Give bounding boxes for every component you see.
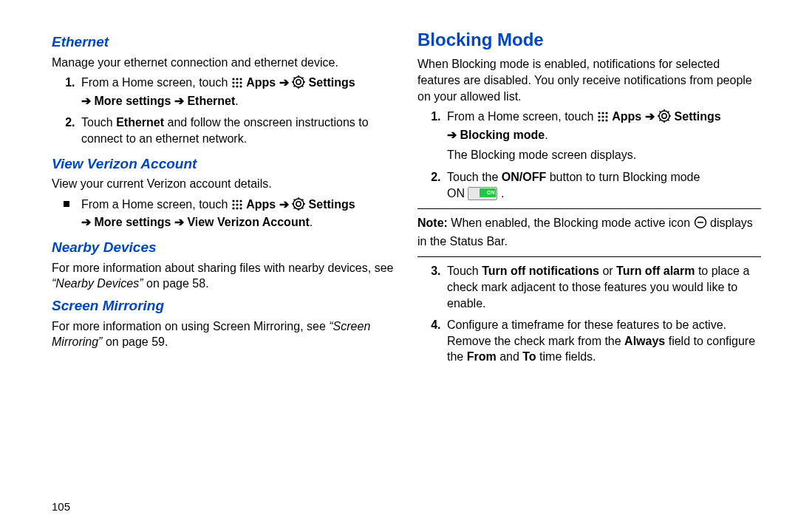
svg-point-19 [232,200,234,202]
apps-icon [231,77,243,93]
settings-label: Settings [309,76,355,89]
arrow-icon: ➔ [279,76,292,89]
text: on page 59. [106,335,168,348]
svg-point-25 [232,207,234,209]
apps-label: Apps [246,198,276,211]
svg-point-3 [232,82,234,84]
arrow-icon: ➔ [447,129,457,141]
nearby-desc: For more information about sharing files… [52,260,395,292]
text: Turn off alarm [616,265,695,277]
ethernet-step-1: From a Home screen, touch Apps ➔ [78,75,395,109]
text: For more information about sharing files… [52,262,393,274]
svg-point-47 [662,114,666,118]
blocking-steps-a: From a Home screen, touch Apps ➔ [417,109,761,201]
ethernet-step-2: Touch Ethernet and follow the onscreen i… [78,115,395,146]
heading-verizon: View Verizon Account [52,154,395,174]
svg-point-40 [605,112,607,115]
blocking-step-4: Configure a timeframe for these features… [444,317,761,365]
svg-point-4 [236,82,238,84]
blocking-note: Note: When enabled, the Blocking mode ac… [417,215,761,249]
divider [417,256,761,257]
right-column: Blocking Mode When Blocking mode is enab… [417,28,761,517]
svg-point-24 [239,203,242,205]
svg-point-28 [296,202,301,206]
svg-point-23 [236,203,238,205]
apps-label: Apps [612,110,641,123]
text: Touch [81,116,116,129]
text: From [467,350,497,363]
text: and [499,350,522,363]
text: To [522,350,536,363]
arrow-icon: ➔ [645,110,658,123]
svg-point-42 [601,116,604,118]
ethernet-steps: From a Home screen, touch Apps ➔ [52,75,395,146]
text: Turn off notifications [482,265,599,277]
svg-point-39 [601,112,604,115]
svg-point-20 [236,200,238,202]
divider [417,208,761,209]
arrow-icon: ➔ [174,216,184,228]
text: button to turn Blocking mode [550,171,700,183]
text: Ethernet [187,95,235,107]
apps-label: Apps [246,76,276,89]
svg-point-44 [598,120,600,122]
blocking-step-3: Touch Turn off notifications or Turn off… [444,263,761,311]
text: or [602,265,616,277]
settings-label: Settings [675,110,721,123]
settings-icon [658,109,671,127]
svg-point-41 [598,116,600,118]
text: More settings [94,95,174,107]
settings-icon [292,197,305,215]
text: Always [624,335,665,347]
xref: “Nearby Devices” [52,277,143,290]
text: Ethernet [116,116,164,129]
page-number: 105 [52,499,70,514]
svg-point-27 [239,207,242,209]
text: View Verizon Account [187,216,309,228]
on-toggle-icon: ON [468,187,497,200]
svg-point-8 [239,86,242,88]
arrow-icon: ➔ [81,95,91,107]
text: ON [447,187,465,200]
svg-point-46 [605,120,607,122]
verizon-steps: From a Home screen, touch Apps ➔ [52,197,395,231]
svg-point-45 [601,120,604,122]
svg-point-7 [236,86,238,88]
apps-icon [231,199,243,215]
svg-point-26 [236,207,238,209]
svg-point-5 [239,82,242,84]
text: Touch the [447,171,502,183]
verizon-step-1: From a Home screen, touch Apps ➔ [78,197,395,231]
blocking-desc: When Blocking mode is enabled, notificat… [417,56,761,104]
svg-point-22 [232,203,234,205]
ethernet-desc: Manage your ethernet connection and ethe… [52,55,395,71]
text: on page 58. [146,277,209,290]
svg-point-6 [232,86,234,88]
settings-icon [292,75,305,93]
blocking-steps-b: Touch Turn off notifications or Turn off… [417,263,761,365]
heading-ethernet: Ethernet [52,33,395,52]
text: When enabled, the Blocking mode active i… [451,216,693,229]
heading-blocking: Blocking Mode [417,28,761,52]
text: From a Home screen, touch [81,76,231,89]
svg-point-38 [598,112,600,115]
arrow-icon: ➔ [279,198,292,211]
svg-point-43 [605,116,607,118]
text: From a Home screen, touch [447,110,597,123]
blocking-mode-icon [694,216,707,233]
settings-label: Settings [309,198,355,211]
text: More settings [94,216,174,228]
verizon-desc: View your current Verizon account detail… [52,176,395,192]
blocking-step-2: Touch the ON/OFF button to turn Blocking… [444,169,761,201]
blocking-step-1: From a Home screen, touch Apps ➔ [444,109,761,163]
manual-page: Ethernet Manage your ethernet connection… [0,0,798,532]
mirror-desc: For more information on using Screen Mir… [52,318,395,350]
text: time fields. [539,350,596,363]
apps-icon [597,111,609,127]
svg-point-1 [236,78,238,81]
text: The Blocking mode screen displays. [447,147,761,163]
heading-mirroring: Screen Mirroring [52,296,395,316]
text: Blocking mode [460,129,545,141]
svg-point-2 [239,78,242,81]
svg-point-9 [296,80,301,84]
